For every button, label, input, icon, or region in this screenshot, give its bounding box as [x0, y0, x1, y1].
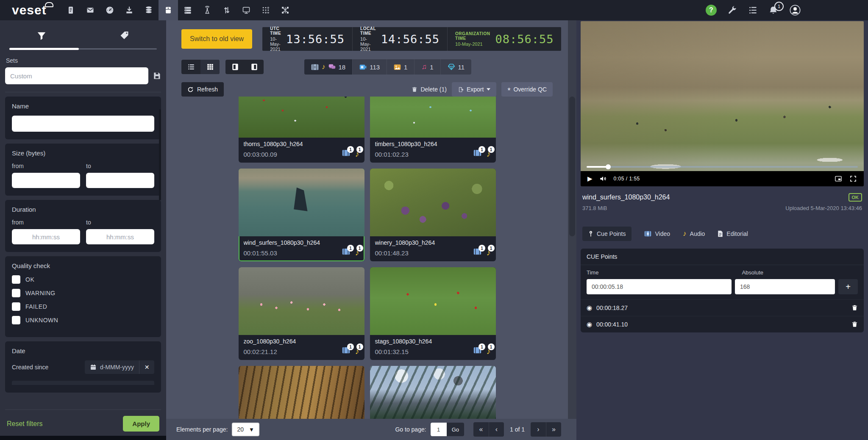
add-cue-point-button[interactable]: + [838, 279, 858, 294]
save-set-icon[interactable] [153, 72, 161, 80]
created-since-date-picker[interactable]: d-MMM-yyyy [85, 360, 139, 374]
reset-filters-link[interactable]: Reset filters [7, 420, 42, 428]
nav-database-icon[interactable] [139, 0, 159, 20]
content: Sets Name Size (bytes) from to [0, 20, 868, 440]
pager-back-group: « ‹ [473, 422, 504, 437]
main-vertical-scrollbar[interactable] [568, 20, 576, 419]
delete-cue-button[interactable] [851, 304, 858, 311]
nav-broadcast-icon[interactable] [198, 0, 217, 20]
tab-filters[interactable] [0, 26, 83, 48]
nav-apps-grid-icon[interactable] [256, 0, 275, 20]
name-input[interactable] [12, 116, 154, 132]
tab-audio[interactable]: ♪ Audio [683, 230, 705, 238]
tab-cue-points[interactable]: Cue Points [582, 227, 632, 241]
nav-mail-icon[interactable] [81, 0, 100, 20]
scrollbar-thumb[interactable] [569, 97, 575, 236]
asset-card-zoo[interactable]: zoo_1080p30_h264 00:02:21.12 1 ♪1 [239, 267, 364, 360]
org-date: 10-May-2021 [455, 42, 490, 47]
tab-editorial[interactable]: Editorial [718, 230, 748, 237]
video-track-badge: 1 [342, 149, 350, 159]
sets-input[interactable] [5, 67, 148, 84]
refresh-button[interactable]: Refresh [181, 82, 224, 97]
filter-audio[interactable]: ♫ 1 [414, 59, 440, 75]
asset-card-thorns[interactable]: thorns_1080p30_h264 00:03:00.09 1 ♪1 [239, 97, 364, 163]
main-header: Switch to old view UTC TIME 10-May-2021 … [166, 20, 568, 51]
switch-old-view-button[interactable]: Switch to old view [181, 29, 252, 49]
apply-button[interactable]: Apply [123, 416, 159, 432]
asset-card-partial-1[interactable] [239, 366, 364, 419]
checkbox-warning[interactable] [12, 289, 20, 297]
nav-servers-icon[interactable] [178, 0, 198, 20]
filter-count: 1 [430, 64, 433, 71]
filter-video-clips[interactable]: 113 [352, 59, 387, 75]
duration-from-input[interactable] [12, 229, 80, 244]
sidebar-hscrollbar[interactable] [0, 436, 166, 440]
nav-topology-icon[interactable] [275, 0, 295, 20]
nav-archive-icon[interactable] [159, 0, 178, 20]
list-view-button[interactable] [181, 60, 200, 74]
asset-card-winery[interactable]: winery_1080p30_h264 00:01:48.23 1 ♪1 [370, 169, 496, 261]
asset-card-stags[interactable]: stags_1080p30_h264 00:01:32.15 1 ♪1 [370, 267, 496, 360]
cue-point-row[interactable]: ◉ 00:00:18.27 [581, 299, 864, 316]
checkbox-failed[interactable] [12, 302, 20, 311]
asset-card-timbers[interactable]: timbers_1080p30_h264 00:01:02.23 1 ♪1 [370, 97, 496, 163]
local-time-value: 14:56:55 [381, 33, 440, 46]
filter-count: 1 [404, 64, 407, 71]
next-page-button[interactable]: › [531, 422, 546, 437]
export-button[interactable]: Export [452, 82, 496, 97]
settings-wrench-icon[interactable] [728, 6, 737, 15]
toggle-right-panel-button[interactable] [245, 60, 264, 74]
filter-media-with-audio-subs[interactable]: ♪ 18 [304, 59, 352, 75]
cue-time-input[interactable] [587, 279, 732, 294]
duration-to-input[interactable] [86, 229, 154, 244]
fullscreen-button[interactable] [849, 175, 857, 183]
size-from-input[interactable] [12, 173, 80, 188]
delete-button[interactable]: Delete (1) [412, 86, 446, 93]
asset-card-wind-surfers[interactable]: wind_surfers_1080p30_h264 00:01:55.03 1 … [239, 169, 364, 261]
notifications-bell-icon[interactable]: 1 [768, 6, 778, 15]
filter-images[interactable]: 1 [387, 59, 414, 75]
progress-handle[interactable] [606, 164, 611, 169]
tab-tags[interactable] [83, 26, 166, 48]
task-list-icon[interactable] [748, 6, 757, 15]
volume-button[interactable] [599, 175, 607, 183]
video-player[interactable]: ▶ 0:05 / 1:55 [581, 21, 864, 186]
cue-absolute-input[interactable] [735, 279, 835, 294]
asset-card-partial-2[interactable] [370, 366, 496, 419]
go-button[interactable]: Go [447, 423, 464, 436]
help-icon[interactable]: ? [706, 5, 717, 16]
tab-video[interactable]: Video [644, 230, 670, 237]
nav-dashboard-icon[interactable] [100, 0, 120, 20]
per-page-select[interactable]: 20 ▼ [232, 423, 259, 436]
checkbox-ok[interactable] [12, 275, 20, 284]
grid-view-button[interactable] [200, 60, 220, 74]
page-number-input[interactable] [431, 423, 447, 436]
player-progress-bar[interactable] [587, 166, 858, 168]
delete-cue-button[interactable] [851, 321, 858, 328]
cue-point-row[interactable]: ◉ 00:00:41.10 [581, 316, 864, 332]
nav-download-icon[interactable] [120, 0, 139, 20]
last-page-button[interactable]: » [546, 422, 561, 437]
size-section-title: Size (bytes) [12, 149, 154, 157]
filter-count: 11 [458, 64, 465, 71]
user-avatar[interactable] [789, 4, 801, 16]
nav-monitor-icon[interactable] [236, 0, 256, 20]
filter-premium[interactable]: 11 [440, 59, 472, 75]
nav-transfer-icon[interactable] [217, 0, 236, 20]
toggle-left-panel-button[interactable] [225, 60, 245, 74]
asset-browser: Switch to old view UTC TIME 10-May-2021 … [166, 20, 576, 440]
sidebar-scrollbar[interactable] [159, 109, 161, 200]
override-qc-button[interactable]: * Override QC [501, 82, 553, 97]
veset-logo[interactable]: veset [0, 0, 51, 20]
previous-page-button[interactable]: ‹ [489, 422, 504, 437]
asset-grid-viewport[interactable]: thorns_1080p30_h264 00:03:00.09 1 ♪1 [166, 97, 568, 419]
clear-date-button[interactable]: ✕ [139, 360, 154, 374]
nav-news-icon[interactable] [61, 0, 81, 20]
checkbox-unknown[interactable] [12, 316, 20, 324]
size-to-input[interactable] [86, 173, 154, 188]
picture-in-picture-button[interactable] [834, 175, 843, 183]
first-page-button[interactable]: « [473, 422, 489, 437]
play-button[interactable]: ▶ [587, 175, 593, 183]
checkbox-unknown-label: UNKNOWN [25, 317, 58, 324]
refresh-icon [187, 86, 194, 93]
